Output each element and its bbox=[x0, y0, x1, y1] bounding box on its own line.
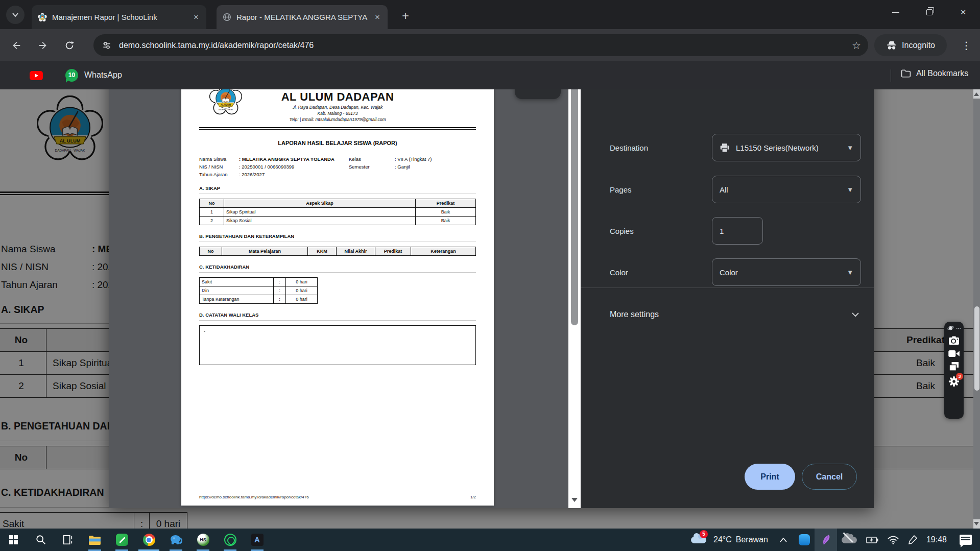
tab-strip: Manajemen Rapor | SchooLink × Rapor - ME… bbox=[0, 0, 980, 29]
back-arrow-icon bbox=[11, 40, 22, 51]
tray-expand-button[interactable] bbox=[773, 529, 794, 551]
incognito-badge: Incognito bbox=[874, 34, 947, 56]
all-bookmarks-label: All Bookmarks bbox=[916, 69, 968, 78]
a-app-icon: A bbox=[251, 534, 264, 546]
print-button[interactable]: Print bbox=[745, 464, 795, 490]
heidisql-button[interactable]: HS bbox=[189, 529, 217, 551]
start-button[interactable] bbox=[0, 529, 27, 551]
pen-icon bbox=[908, 535, 917, 545]
page-content-area: Nama Siswa : MELATIKA ANGGRA SEPTYA YOLA… bbox=[0, 89, 980, 529]
a-app-button[interactable]: A bbox=[244, 529, 271, 551]
window-close-button[interactable]: × bbox=[946, 0, 980, 25]
window-restore-button[interactable] bbox=[913, 0, 946, 25]
page-scrollbar[interactable] bbox=[973, 89, 980, 529]
report-title: LAPORAN HASIL BELAJAR SISWA (RAPOR) bbox=[199, 140, 476, 146]
copies-input[interactable]: 1 bbox=[712, 217, 763, 245]
footer-url: https://demo.schoolink.tama.my.id/akadem… bbox=[199, 495, 309, 499]
globe-icon bbox=[223, 13, 231, 21]
new-tab-button[interactable]: + bbox=[397, 8, 414, 25]
news-badge: 5 bbox=[700, 530, 708, 538]
pen-settings[interactable] bbox=[903, 529, 922, 551]
sikap-heading: A. SIKAP bbox=[199, 185, 476, 194]
copies-value: 1 bbox=[720, 227, 724, 235]
tray-feather-app[interactable] bbox=[815, 529, 837, 551]
windows-capture-icon[interactable] bbox=[949, 362, 959, 371]
system-tray: 5 24°C Berawan 19:48 bbox=[686, 529, 980, 551]
ketidakhadiran-heading: C. KETIDAKHADIRAN bbox=[199, 264, 476, 273]
close-icon: × bbox=[960, 7, 966, 18]
scrollbar-thumb[interactable] bbox=[974, 306, 979, 391]
weather-widget[interactable]: 5 24°C Berawan bbox=[686, 529, 773, 551]
taskbar-search-button[interactable] bbox=[27, 529, 54, 551]
cancel-button[interactable]: Cancel bbox=[802, 464, 857, 490]
scroll-up-button[interactable] bbox=[973, 89, 980, 99]
action-center-button[interactable] bbox=[951, 529, 980, 551]
reload-button[interactable] bbox=[59, 35, 80, 56]
tab-manajemen-rapor[interactable]: Manajemen Rapor | SchooLink × bbox=[32, 5, 206, 29]
school-contact: Telp: | Email: mtsalulumdadapan1979@gmai… bbox=[199, 117, 476, 122]
tab-close-icon[interactable]: × bbox=[372, 12, 383, 22]
color-select[interactable]: Color ▼ bbox=[712, 258, 861, 286]
scroll-down-arrow[interactable] bbox=[571, 498, 578, 502]
onedrive-paused[interactable] bbox=[837, 529, 862, 551]
url-text[interactable]: demo.schoolink.tama.my.id/akademik/rapor… bbox=[119, 41, 852, 50]
page-number-tooltip: 1 bbox=[515, 89, 561, 99]
pages-label: Pages bbox=[610, 185, 632, 194]
battery-status[interactable] bbox=[862, 529, 883, 551]
capture-extension-toolbar: 3 bbox=[944, 322, 964, 419]
tray-app-blue[interactable] bbox=[794, 529, 815, 551]
tab-rapor-active[interactable]: Rapor - MELATIKA ANGGRA SEPTYA YOLANDA × bbox=[217, 5, 388, 29]
cloud-slash-icon bbox=[842, 537, 857, 543]
table-row: Sakit : 0 hari bbox=[200, 278, 318, 286]
all-bookmarks-button[interactable]: All Bookmarks bbox=[901, 69, 968, 78]
task-view-button[interactable] bbox=[54, 529, 81, 551]
bookmark-star-icon[interactable]: ☆ bbox=[852, 39, 861, 52]
folder-icon bbox=[901, 69, 911, 78]
youtube-bookmark-icon[interactable] bbox=[30, 71, 43, 80]
dropdown-arrow-icon: ▼ bbox=[847, 186, 853, 194]
tab-search-button[interactable] bbox=[6, 6, 25, 24]
scroll-down-button[interactable] bbox=[973, 519, 980, 529]
clock[interactable]: 19:48 bbox=[922, 529, 951, 551]
back-button[interactable] bbox=[6, 35, 27, 56]
tab-close-icon[interactable]: × bbox=[191, 12, 201, 22]
whatsapp-button[interactable] bbox=[217, 529, 244, 551]
whatsapp-bookmark-icon[interactable]: 10 bbox=[65, 69, 78, 82]
destination-label: Destination bbox=[610, 143, 648, 152]
forward-button[interactable] bbox=[33, 35, 53, 56]
school-header: MADRASAH TSANAWIYAH AL ULUM DADAPAN Jl. … bbox=[199, 89, 476, 122]
battery-icon bbox=[866, 537, 878, 543]
postgres-app-button[interactable] bbox=[162, 529, 189, 551]
scrollbar-thumb[interactable] bbox=[571, 89, 578, 325]
heidisql-icon: HS bbox=[197, 534, 209, 546]
extension-menu-button[interactable] bbox=[947, 325, 961, 331]
whatsapp-bookmark-label[interactable]: WhatsApp bbox=[84, 70, 122, 80]
pages-select[interactable]: All ▼ bbox=[712, 176, 861, 203]
screenshot-camera-icon[interactable] bbox=[948, 336, 960, 345]
wifi-status[interactable] bbox=[883, 529, 903, 551]
incognito-icon bbox=[886, 40, 897, 51]
destination-value: L15150 Series(Network) bbox=[736, 143, 819, 152]
file-explorer-button[interactable] bbox=[81, 529, 108, 551]
destination-select[interactable]: L15150 Series(Network) ▼ bbox=[712, 134, 861, 161]
more-settings-button[interactable]: More settings bbox=[610, 310, 859, 319]
notes-app-button[interactable] bbox=[108, 529, 135, 551]
header-rule bbox=[199, 127, 476, 130]
browser-menu-button[interactable]: ⋮ bbox=[957, 36, 975, 55]
preview-scrollbar[interactable] bbox=[568, 89, 581, 508]
bookmarks-bar: 10 WhatsApp All Bookmarks bbox=[0, 61, 980, 89]
elephant-icon bbox=[170, 534, 182, 545]
window-minimize-button[interactable] bbox=[879, 0, 913, 25]
chrome-icon bbox=[143, 534, 155, 546]
pengetahuan-heading: B. PENGETAHUAN DAN KETERAMPILAN bbox=[199, 233, 476, 242]
weather-desc: Berawan bbox=[736, 535, 768, 544]
weather-temp: 24°C bbox=[713, 535, 732, 544]
address-bar[interactable]: demo.schoolink.tama.my.id/akademik/rapor… bbox=[93, 34, 868, 56]
sikap-table: No Aspek Sikap Predikat 1 Sikap Spiritua… bbox=[199, 199, 476, 225]
pages-value: All bbox=[720, 185, 728, 194]
extension-settings-button[interactable]: 3 bbox=[948, 376, 960, 389]
chrome-button[interactable] bbox=[135, 529, 162, 551]
screen-record-icon[interactable] bbox=[948, 350, 960, 357]
print-settings-panel: Print 2 sheets of paper Destination L151… bbox=[581, 89, 874, 508]
table-row: Tanpa Keterangan : 0 hari bbox=[200, 295, 318, 304]
